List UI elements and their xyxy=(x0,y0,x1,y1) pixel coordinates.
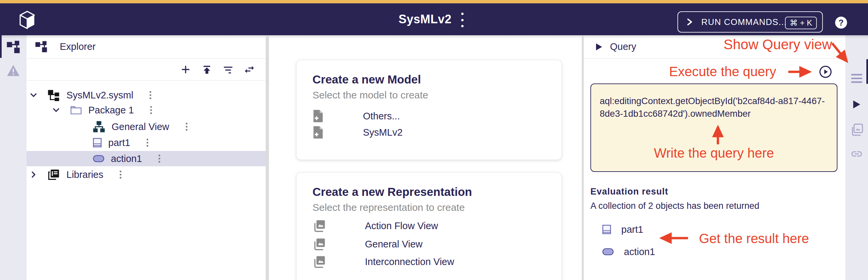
result-item-part1[interactable]: part1 xyxy=(602,223,643,236)
app-header: SysMLv2 RUN COMMANDS... ⌘ + K ? xyxy=(0,3,868,35)
explorer-rail-button[interactable] xyxy=(0,40,27,54)
tree-item-kebab-icon[interactable] xyxy=(119,170,122,179)
card-subtitle: Select the model to create xyxy=(312,89,428,101)
add-icon xyxy=(180,64,191,75)
run-commands-label: RUN COMMANDS... xyxy=(701,17,787,27)
keyboard-shortcut-badge: ⌘ + K xyxy=(785,17,817,29)
evaluation-result-label: Evaluation result xyxy=(590,187,669,197)
tree-item-label: Libraries xyxy=(66,169,103,180)
model-option-sysmlv2[interactable]: SysMLv2 xyxy=(312,124,548,141)
create-representation-card: Create a new Representation Select the r… xyxy=(296,172,562,280)
run-commands-button[interactable]: RUN COMMANDS... ⌘ + K xyxy=(677,11,823,33)
tree-item-kebab-icon[interactable] xyxy=(185,122,188,131)
chevron-down-icon[interactable] xyxy=(29,91,38,100)
annotation-write-query: Write the query here xyxy=(646,146,782,161)
chevron-right-icon[interactable] xyxy=(29,170,38,179)
action-icon xyxy=(93,155,104,162)
representation-option-action-flow-view[interactable]: Action Flow View xyxy=(312,218,548,234)
query-panel-title: Query xyxy=(610,41,636,52)
filter-list-icon xyxy=(222,64,234,75)
representation-icon xyxy=(312,237,326,251)
tree-row-package-1[interactable]: Package 1 xyxy=(27,103,266,118)
representation-option-interconnection-view[interactable]: Interconnection View xyxy=(312,253,548,270)
card-title: Create a new Model xyxy=(312,73,421,86)
explorer-toolbar xyxy=(27,58,266,81)
model-option-others[interactable]: Others... xyxy=(312,108,548,124)
representation-icon xyxy=(312,255,326,268)
representation-icon xyxy=(312,219,326,232)
add-button[interactable] xyxy=(179,63,192,76)
result-item-action1[interactable]: action1 xyxy=(602,245,655,258)
page-title: SysMLv2 xyxy=(392,3,458,35)
diagram-icon xyxy=(93,121,105,133)
representation-option-label: General View xyxy=(365,239,423,250)
explorer-tree-icon xyxy=(7,40,20,54)
tree-item-kebab-icon[interactable] xyxy=(146,138,149,147)
representation-option-general-view[interactable]: General View xyxy=(312,236,548,252)
tree-item-label: Package 1 xyxy=(88,105,134,116)
sirius-web-logo[interactable] xyxy=(19,11,36,29)
create-model-card: Create a new Model Select the model to c… xyxy=(296,60,562,160)
left-sidebar-rail xyxy=(0,35,27,280)
explorer-title: Explorer xyxy=(60,41,96,52)
tree-item-label: General View xyxy=(112,121,169,132)
card-title: Create a new Representation xyxy=(312,185,472,198)
upload-icon xyxy=(201,64,213,75)
warning-triangle-icon xyxy=(7,64,20,77)
synchronize-button[interactable] xyxy=(243,63,256,76)
annotation-execute-query: Execute the query xyxy=(669,64,776,79)
swap-horizontal-icon xyxy=(243,63,255,76)
model-icon xyxy=(48,89,60,101)
validation-rail-button[interactable] xyxy=(0,64,27,77)
card-subtitle: Select the representation to create xyxy=(312,202,465,213)
part-icon xyxy=(93,138,102,147)
filter-button[interactable] xyxy=(222,63,235,76)
upload-button[interactable] xyxy=(200,63,213,76)
tree-item-label: part1 xyxy=(108,137,130,148)
query-view-rail-button[interactable] xyxy=(845,100,868,109)
explorer-panel-header: Explorer xyxy=(27,35,266,58)
tree-item-label: action1 xyxy=(111,153,142,164)
cube-icon xyxy=(19,11,36,29)
explorer-panel: Explorer xyxy=(27,35,266,280)
panel-resizer-left[interactable] xyxy=(266,35,269,280)
file-add-icon xyxy=(312,109,324,123)
representation-option-label: Interconnection View xyxy=(365,256,454,268)
result-item-label: action1 xyxy=(624,246,655,257)
play-icon xyxy=(853,100,861,109)
model-option-label: Others... xyxy=(363,111,400,122)
tree-row-action1[interactable]: action1 xyxy=(27,151,266,166)
project-menu-kebab-icon[interactable] xyxy=(460,12,465,27)
tree-row-general-view[interactable]: General View xyxy=(27,119,266,134)
help-button[interactable]: ? xyxy=(835,17,847,29)
tree-item-kebab-icon[interactable] xyxy=(158,154,161,163)
model-option-label: SysMLv2 xyxy=(363,127,402,138)
representations-icon xyxy=(850,123,863,136)
result-item-label: part1 xyxy=(621,224,643,235)
play-circle-icon xyxy=(819,65,832,79)
related-elements-rail-button[interactable] xyxy=(845,148,868,160)
evaluation-result-message: A collection of 2 objects has been retur… xyxy=(590,201,760,211)
explorer-tree-icon xyxy=(35,41,47,53)
tree-row-sysmlv2-sysml[interactable]: SysMLv2.sysml xyxy=(27,87,266,103)
chevron-down-icon[interactable] xyxy=(52,106,60,114)
representation-option-label: Action Flow View xyxy=(365,221,438,231)
annotation-show-query-view: Show Query view xyxy=(723,36,832,53)
execute-query-button[interactable] xyxy=(819,65,832,79)
play-icon xyxy=(595,43,603,51)
menu-icon xyxy=(851,74,862,83)
top-accent-bar xyxy=(0,0,868,3)
link-icon xyxy=(850,148,863,160)
tree-item-kebab-icon[interactable] xyxy=(149,91,152,100)
chevron-right-icon xyxy=(687,18,693,26)
tree-row-part1[interactable]: part1 xyxy=(27,135,266,150)
tree-row-libraries[interactable]: Libraries xyxy=(27,167,266,182)
representations-rail-button[interactable] xyxy=(845,123,868,136)
application-window: SysMLv2 RUN COMMANDS... ⌘ + K ? xyxy=(0,0,868,280)
main-content-panel: Create a new Model Select the model to c… xyxy=(269,35,582,280)
tree-item-label: SysMLv2.sysml xyxy=(66,90,133,101)
details-rail-button[interactable] xyxy=(845,74,868,83)
tree-item-kebab-icon[interactable] xyxy=(150,106,152,114)
annotation-get-result: Get the result here xyxy=(699,231,809,246)
right-sidebar-rail xyxy=(845,35,868,280)
